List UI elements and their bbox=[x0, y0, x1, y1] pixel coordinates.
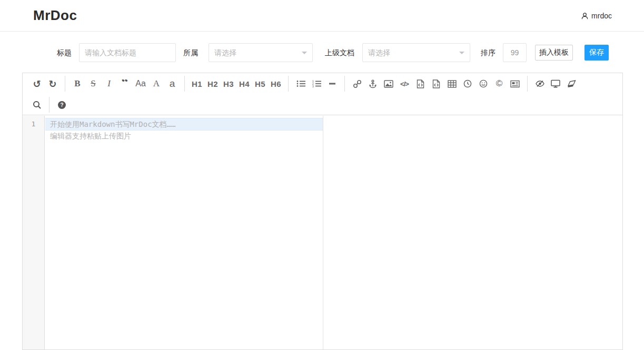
link-button[interactable] bbox=[350, 76, 364, 92]
quote-icon: “ bbox=[122, 79, 128, 88]
hr-icon bbox=[329, 79, 336, 88]
emoji-button[interactable] bbox=[476, 76, 491, 92]
ucwords-button[interactable]: Aa bbox=[133, 76, 148, 92]
h6-icon: H6 bbox=[271, 79, 281, 88]
toolbar-row-2: ? bbox=[23, 94, 622, 115]
list-ol-icon: 123 bbox=[312, 79, 321, 88]
preview-button[interactable] bbox=[548, 76, 563, 92]
code-block-button[interactable] bbox=[429, 76, 443, 92]
emoji-icon bbox=[479, 79, 488, 88]
redo-button[interactable]: ↻ bbox=[45, 76, 60, 92]
project-label: 所属 bbox=[183, 43, 198, 62]
chevron-down-icon bbox=[459, 52, 464, 54]
h1-icon: H1 bbox=[192, 79, 202, 88]
redo-icon: ↻ bbox=[48, 78, 56, 89]
markdown-preview-pane bbox=[324, 116, 622, 349]
ucwords-icon: Aa bbox=[135, 79, 146, 88]
pagebreak-button[interactable] bbox=[508, 76, 522, 92]
code-input-area[interactable]: 开始使用Markdown书写MrDoc文档…… 编辑器支持粘贴上传图片 bbox=[45, 116, 323, 349]
html-entities-button[interactable]: © bbox=[492, 76, 507, 92]
editor-toolbar: ↺ ↻ B S I “ Aa A a H1 H2 H3 H4 H5 H6 bbox=[23, 73, 622, 115]
eraser-icon bbox=[567, 80, 576, 88]
h3-icon: H3 bbox=[223, 79, 234, 88]
file-code-icon bbox=[417, 79, 424, 88]
top-header: MrDoc mrdoc bbox=[0, 0, 644, 32]
bold-button[interactable]: B bbox=[70, 76, 85, 92]
document-form: 标题 所属 请选择 上级文档 请选择 排序 插入模板 保存 bbox=[0, 43, 644, 62]
quote-button[interactable]: “ bbox=[117, 76, 132, 92]
h4-icon: H4 bbox=[239, 79, 250, 88]
code-button[interactable]: </> bbox=[397, 76, 412, 92]
uppercase-button[interactable]: A bbox=[149, 76, 164, 92]
line-number: 1 bbox=[23, 118, 44, 130]
help-icon: ? bbox=[57, 101, 66, 109]
horizontal-rule-button[interactable] bbox=[325, 76, 340, 92]
toolbar-separator bbox=[65, 76, 65, 92]
project-select-value: 请选择 bbox=[214, 44, 236, 62]
preformatted-text-button[interactable] bbox=[413, 76, 428, 92]
newspaper-icon bbox=[510, 80, 520, 88]
user-menu[interactable]: mrdoc bbox=[581, 11, 612, 21]
clock-icon bbox=[463, 79, 472, 88]
sort-input[interactable] bbox=[503, 43, 527, 62]
anchor-button[interactable] bbox=[365, 76, 380, 92]
table-icon bbox=[448, 80, 457, 88]
svg-text:?: ? bbox=[60, 102, 63, 108]
search-button[interactable] bbox=[29, 97, 44, 113]
title-input[interactable] bbox=[79, 43, 176, 62]
image-icon bbox=[384, 80, 393, 88]
italic-button[interactable]: I bbox=[102, 76, 116, 92]
title-label: 标题 bbox=[57, 43, 72, 62]
username-label: mrdoc bbox=[591, 12, 612, 20]
lowercase-icon: a bbox=[170, 78, 175, 89]
mrdoc-new-document-page: MrDoc mrdoc 标题 所属 请选择 上级文档 请选择 排序 插入模板 保… bbox=[0, 0, 644, 350]
toolbar-separator bbox=[527, 76, 528, 92]
monitor-icon bbox=[551, 79, 560, 88]
datetime-button[interactable] bbox=[460, 76, 475, 92]
h4-button[interactable]: H4 bbox=[237, 76, 252, 92]
watch-toggle-button[interactable] bbox=[532, 76, 547, 92]
h2-icon: H2 bbox=[207, 79, 218, 88]
save-button[interactable]: 保存 bbox=[584, 45, 609, 61]
insert-template-button[interactable]: 插入模板 bbox=[535, 45, 573, 61]
copyright-icon: © bbox=[496, 78, 503, 89]
markdown-edit-pane[interactable]: 1 开始使用Markdown书写MrDoc文档…… 编辑器支持粘贴上传图片 bbox=[23, 116, 323, 349]
table-button[interactable] bbox=[444, 76, 459, 92]
editor-body: 1 开始使用Markdown书写MrDoc文档…… 编辑器支持粘贴上传图片 bbox=[23, 116, 622, 349]
strikethrough-button[interactable]: S bbox=[86, 76, 101, 92]
project-select[interactable]: 请选择 bbox=[209, 43, 313, 62]
toolbar-separator bbox=[344, 76, 345, 92]
clear-button[interactable] bbox=[564, 76, 579, 92]
parent-doc-label: 上级文档 bbox=[325, 43, 354, 62]
strikethrough-icon: S bbox=[91, 78, 95, 89]
parent-doc-select[interactable]: 请选择 bbox=[362, 43, 470, 62]
toolbar-row-1: ↺ ↻ B S I “ Aa A a H1 H2 H3 H4 H5 H6 bbox=[23, 73, 622, 94]
app-logo[interactable]: MrDoc bbox=[33, 7, 77, 24]
file-code-block-icon bbox=[432, 79, 440, 88]
undo-button[interactable]: ↺ bbox=[29, 76, 44, 92]
code-icon: </> bbox=[400, 80, 409, 88]
user-icon bbox=[581, 12, 589, 20]
h3-button[interactable]: H3 bbox=[221, 76, 236, 92]
italic-icon: I bbox=[107, 78, 111, 89]
h5-button[interactable]: H5 bbox=[253, 76, 267, 92]
eye-slash-icon bbox=[535, 79, 545, 88]
toolbar-separator bbox=[288, 76, 289, 92]
chevron-down-icon bbox=[302, 52, 307, 54]
ordered-list-button[interactable]: 123 bbox=[309, 76, 324, 92]
link-icon bbox=[353, 79, 362, 88]
unordered-list-button[interactable] bbox=[293, 76, 308, 92]
h2-button[interactable]: H2 bbox=[205, 76, 220, 92]
h6-button[interactable]: H6 bbox=[269, 76, 283, 92]
h1-button[interactable]: H1 bbox=[190, 76, 204, 92]
undo-icon: ↺ bbox=[33, 78, 41, 89]
bold-icon: B bbox=[74, 78, 80, 89]
list-ul-icon bbox=[296, 79, 305, 88]
uppercase-icon: A bbox=[153, 78, 160, 89]
markdown-editor: ↺ ↻ B S I “ Aa A a H1 H2 H3 H4 H5 H6 bbox=[22, 73, 623, 350]
lowercase-button[interactable]: a bbox=[165, 76, 180, 92]
editor-placeholder-line-1: 开始使用Markdown书写MrDoc文档…… bbox=[45, 118, 323, 130]
help-button[interactable]: ? bbox=[54, 97, 69, 113]
image-button[interactable] bbox=[381, 76, 396, 92]
h5-icon: H5 bbox=[255, 79, 265, 88]
